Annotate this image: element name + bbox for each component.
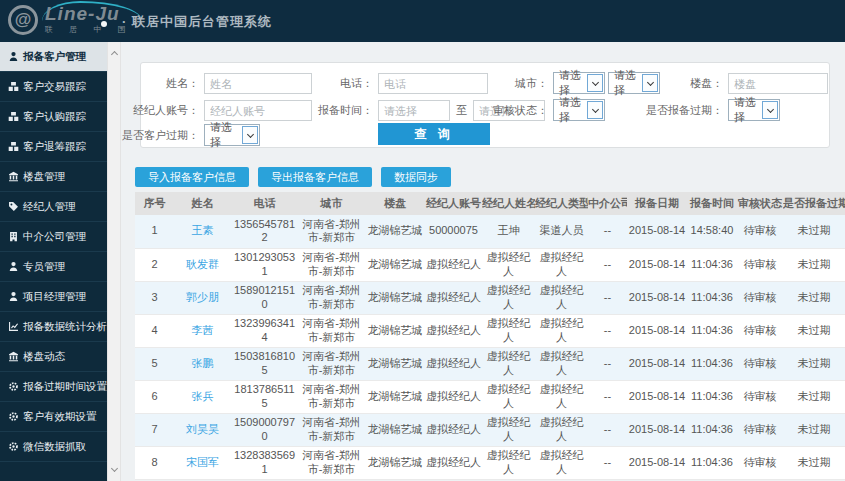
table-cell: 未过期 bbox=[783, 215, 845, 248]
sidebar-item-5[interactable]: 楼盘管理 bbox=[0, 162, 107, 192]
report-expired-select[interactable]: 请选择 bbox=[728, 99, 780, 121]
sidebar-item-1[interactable]: 报备客户管理 bbox=[0, 42, 107, 72]
table-cell: 11:04:36 bbox=[687, 248, 737, 281]
app-title: · 联居中国后台管理系统 bbox=[122, 13, 272, 31]
customer-name-link[interactable]: 郭少朋 bbox=[174, 281, 231, 314]
report-expired-value: 请选择 bbox=[734, 95, 761, 125]
table-cell: 13012930531 bbox=[231, 248, 298, 281]
table-cell: 2015-08-14 bbox=[627, 314, 687, 347]
sidebar-item-9[interactable]: 项目经理管理 bbox=[0, 282, 107, 312]
sidebar-item-label: 客户退筹跟踪 bbox=[23, 140, 86, 154]
sidebar-item-6[interactable]: 经纪人管理 bbox=[0, 192, 107, 222]
table-cell: 虚拟经纪人 bbox=[482, 380, 535, 413]
table-cell: 待审核 bbox=[737, 281, 783, 314]
table-cell: 8 bbox=[135, 446, 174, 479]
table-cell: 15890121510 bbox=[231, 281, 298, 314]
table-cell: 2015-08-14 bbox=[627, 347, 687, 380]
table-cell: 2015-08-14 bbox=[627, 215, 687, 248]
sidebar-item-label: 专员管理 bbox=[23, 260, 65, 274]
table-row: 7刘昊昊15090007970河南省-郑州市-新郑市龙湖锦艺城虚拟经纪人虚拟经纪… bbox=[135, 413, 845, 446]
chevron-down-icon bbox=[587, 101, 603, 119]
customer-name-link[interactable]: 耿发群 bbox=[174, 248, 231, 281]
person-icon bbox=[7, 51, 19, 63]
building-label: 楼盘： bbox=[690, 76, 723, 91]
table-cell: 未过期 bbox=[783, 413, 845, 446]
table-cell: 待审核 bbox=[737, 248, 783, 281]
table-cell: 河南省-郑州市-新郑市 bbox=[298, 281, 365, 314]
table-cell: 虚拟经纪人 bbox=[425, 347, 482, 380]
city-province-select[interactable]: 请选择 bbox=[553, 72, 605, 94]
sidebar-menu: 报备客户管理客户交易跟踪客户认购跟踪客户退筹跟踪楼盘管理经纪人管理中介公司管理专… bbox=[0, 42, 107, 481]
table-cell: -- bbox=[588, 413, 627, 446]
table-cell: 虚拟经纪人 bbox=[482, 413, 535, 446]
table-cell: 待审核 bbox=[737, 314, 783, 347]
table-cell: 2015-08-14 bbox=[627, 248, 687, 281]
table-cell: 未过期 bbox=[783, 380, 845, 413]
report-expired-label: 是否报备过期： bbox=[646, 103, 723, 118]
sidebar-scrollbar[interactable] bbox=[107, 42, 121, 481]
audit-status-value: 请选择 bbox=[559, 95, 586, 125]
table-cell: 11:04:36 bbox=[687, 446, 737, 479]
sidebar-item-7[interactable]: 中介公司管理 bbox=[0, 222, 107, 252]
import-customers-button[interactable]: 导入报备客户信息 bbox=[135, 167, 249, 187]
sidebar-item-14[interactable]: 微信数据抓取 bbox=[0, 432, 107, 462]
data-sync-button[interactable]: 数据同步 bbox=[381, 167, 451, 187]
column-header: 姓名 bbox=[174, 192, 231, 215]
export-customers-button[interactable]: 导出报备客户信息 bbox=[258, 167, 372, 187]
table-cell: -- bbox=[588, 314, 627, 347]
phone-input[interactable] bbox=[378, 73, 488, 94]
audit-status-select[interactable]: 请选择 bbox=[553, 99, 605, 121]
customer-name-link[interactable]: 张鹏 bbox=[174, 347, 231, 380]
customer-name-link[interactable]: 王素 bbox=[174, 215, 231, 248]
column-header: 中介公司 bbox=[588, 192, 627, 215]
name-input[interactable] bbox=[204, 73, 312, 94]
table-cell: 未过期 bbox=[783, 314, 845, 347]
agent-account-input[interactable] bbox=[204, 100, 312, 121]
customer-name-link[interactable]: 李茜 bbox=[174, 314, 231, 347]
sidebar-item-label: 楼盘动态 bbox=[23, 350, 65, 364]
bank-icon bbox=[7, 171, 19, 183]
sidebar-item-13[interactable]: 客户有效期设置 bbox=[0, 402, 107, 432]
sidebar-item-11[interactable]: 楼盘动态 bbox=[0, 342, 107, 372]
customer-expired-label: 是否客户过期： bbox=[122, 128, 199, 143]
table-cell: 虚拟经纪人 bbox=[535, 380, 588, 413]
audit-status-label: 审核状态： bbox=[493, 103, 548, 118]
sidebar-item-10[interactable]: 报备数据统计分析 bbox=[0, 312, 107, 342]
customer-name-link[interactable]: 张兵 bbox=[174, 380, 231, 413]
table-cell: 龙湖锦艺城 bbox=[365, 347, 425, 380]
sidebar-item-label: 微信数据抓取 bbox=[23, 440, 86, 454]
sidebar-item-label: 楼盘管理 bbox=[23, 170, 65, 184]
table-cell: 河南省-郑州市-新郑市 bbox=[298, 314, 365, 347]
sidebar-item-8[interactable]: 专员管理 bbox=[0, 252, 107, 282]
table-cell: 虚拟经纪人 bbox=[425, 281, 482, 314]
sidebar-item-2[interactable]: 客户交易跟踪 bbox=[0, 72, 107, 102]
office-icon bbox=[7, 231, 19, 243]
report-time-separator: 至 bbox=[456, 103, 467, 118]
admin-app: @ Line-Ju 联 居 中 国 · 联居中国后台管理系统 报备客户管理客户交… bbox=[0, 0, 845, 481]
table-cell: 虚拟经纪人 bbox=[535, 314, 588, 347]
sidebar-item-label: 报备客户管理 bbox=[23, 50, 86, 64]
building-input[interactable] bbox=[728, 73, 828, 94]
customer-name-link[interactable]: 宋国军 bbox=[174, 446, 231, 479]
sidebar-item-12[interactable]: 报备过期时间设置 bbox=[0, 372, 107, 402]
scroll-up-button[interactable] bbox=[108, 46, 120, 61]
logo: @ Line-Ju 联 居 中 国 bbox=[8, 4, 133, 35]
person-icon bbox=[7, 261, 19, 273]
query-button[interactable]: 查 询 bbox=[378, 123, 490, 145]
table-cell: 虚拟经纪人 bbox=[535, 248, 588, 281]
customer-expired-select[interactable]: 请选择 bbox=[204, 124, 260, 146]
table-cell: 15090007970 bbox=[231, 413, 298, 446]
city-label: 城市： bbox=[515, 76, 548, 91]
customer-name-link[interactable]: 刘昊昊 bbox=[174, 413, 231, 446]
scroll-down-button[interactable] bbox=[108, 462, 120, 477]
table-cell: 2015-08-14 bbox=[627, 380, 687, 413]
sidebar-item-3[interactable]: 客户认购跟踪 bbox=[0, 102, 107, 132]
table-cell: 虚拟经纪人 bbox=[425, 248, 482, 281]
table-cell: 待审核 bbox=[737, 446, 783, 479]
main-content: 姓名： 电话： 城市： 请选择 请选择 楼盘： bbox=[121, 42, 845, 481]
report-time-from-input[interactable] bbox=[378, 100, 450, 121]
sidebar-item-4[interactable]: 客户退筹跟踪 bbox=[0, 132, 107, 162]
top-header: @ Line-Ju 联 居 中 国 · 联居中国后台管理系统 bbox=[0, 0, 845, 42]
table-cell: 18137865115 bbox=[231, 380, 298, 413]
city-city-select[interactable]: 请选择 bbox=[608, 72, 660, 94]
